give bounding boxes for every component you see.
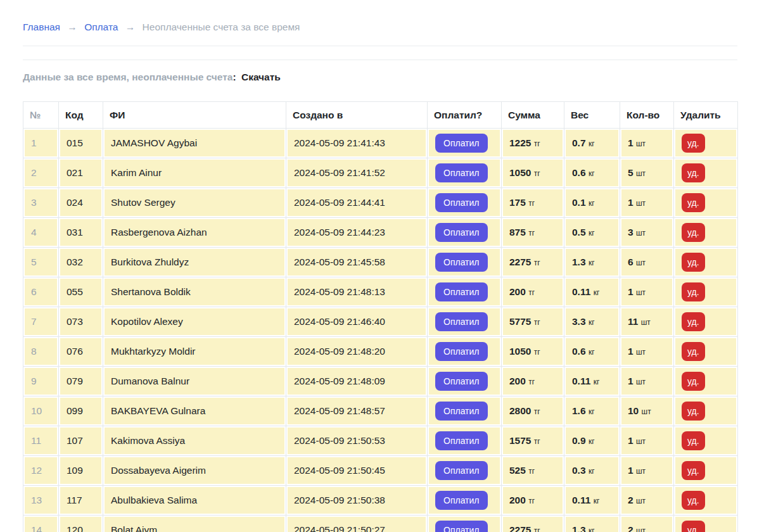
delete-button[interactable]: уд.: [682, 193, 705, 212]
delete-button[interactable]: уд.: [682, 223, 705, 242]
info-line: Данные за все время, неоплаченные счета:…: [23, 72, 737, 83]
cell-paid: Оплатил: [428, 396, 502, 426]
paid-button[interactable]: Оплатил: [435, 134, 488, 153]
paid-button[interactable]: Оплатил: [435, 163, 488, 182]
delete-button[interactable]: уд.: [682, 312, 705, 331]
cell-row-number: 14: [23, 516, 59, 532]
cell-paid: Оплатил: [428, 188, 502, 218]
col-header-weight: Вес: [564, 102, 620, 129]
delete-button[interactable]: уд.: [682, 491, 705, 510]
cell-created-at: 2024-05-09 21:48:13: [286, 277, 428, 307]
table-row: 14 120 Bolat Aiym 2024-05-09 21:50:27 Оп…: [23, 516, 738, 532]
amount-unit: тг: [534, 407, 540, 416]
cell-name: Kopotilov Alexey: [103, 307, 286, 337]
paid-button[interactable]: Оплатил: [435, 342, 488, 361]
weight-value: 3.3: [572, 316, 586, 327]
weight-value: 0.9: [572, 435, 586, 446]
quantity-unit: шт: [642, 407, 651, 416]
cell-row-number: 6: [23, 277, 59, 307]
quantity-value: 6: [628, 256, 633, 267]
cell-amount: 875 тг: [502, 218, 564, 248]
amount-unit: тг: [534, 258, 540, 267]
weight-value: 0.7: [572, 137, 586, 148]
cell-row-number: 8: [23, 337, 59, 367]
breadcrumb-link-home[interactable]: Главная: [23, 22, 60, 32]
quantity-value: 2: [628, 495, 633, 505]
breadcrumb-link-payment[interactable]: Оплата: [84, 22, 118, 32]
cell-weight: 1.6 кг: [564, 396, 620, 426]
amount-unit: тг: [528, 229, 535, 238]
quantity-value: 11: [628, 316, 638, 327]
cell-name: Abulbakieva Salima: [103, 486, 286, 516]
cell-created-at: 2024-05-09 21:50:53: [286, 426, 428, 456]
weight-unit: кг: [589, 526, 595, 532]
paid-button[interactable]: Оплатил: [435, 461, 488, 480]
cell-code: 076: [59, 337, 103, 367]
cell-name: Karim Ainur: [103, 158, 286, 188]
cell-name: BAKBAYEVA Gulnara: [103, 396, 286, 426]
quantity-value: 1: [628, 137, 633, 148]
paid-button[interactable]: Оплатил: [435, 431, 488, 450]
delete-button[interactable]: уд.: [682, 461, 705, 480]
paid-button[interactable]: Оплатил: [435, 312, 488, 331]
paid-button[interactable]: Оплатил: [435, 372, 488, 391]
cell-created-at: 2024-05-09 21:50:38: [286, 486, 428, 516]
col-header-name: ФИ: [103, 102, 286, 129]
quantity-value: 1: [628, 465, 633, 476]
delete-button[interactable]: уд.: [682, 163, 705, 182]
cell-weight: 0.11 кг: [564, 486, 620, 516]
cell-amount: 200 тг: [502, 486, 564, 516]
cell-quantity: 10 шт: [620, 396, 674, 426]
weight-unit: кг: [594, 497, 600, 505]
cell-amount: 1575 тг: [502, 426, 564, 456]
delete-button[interactable]: уд.: [682, 134, 705, 153]
breadcrumb-arrow-icon: →: [67, 22, 77, 32]
quantity-value: 1: [628, 435, 633, 446]
cell-quantity: 1 шт: [620, 188, 674, 218]
amount-value: 2275: [509, 256, 531, 267]
cell-delete: уд.: [674, 248, 738, 277]
cell-delete: уд.: [674, 486, 738, 516]
cell-code: 079: [59, 367, 103, 396]
cell-created-at: 2024-05-09 21:48:57: [286, 396, 428, 426]
delete-button[interactable]: уд.: [682, 342, 705, 361]
quantity-unit: шт: [641, 318, 651, 327]
delete-button[interactable]: уд.: [682, 372, 705, 391]
cell-code: 021: [59, 158, 103, 188]
amount-value: 1575: [509, 435, 531, 446]
weight-unit: кг: [594, 377, 600, 386]
delete-button[interactable]: уд.: [682, 431, 705, 450]
amount-value: 200: [509, 286, 526, 297]
cell-amount: 2275 тг: [502, 516, 564, 532]
paid-button[interactable]: Оплатил: [435, 521, 488, 532]
table-row: 4 031 Rasbergenova Aizhan 2024-05-09 21:…: [23, 218, 738, 248]
cell-amount: 525 тг: [502, 456, 564, 486]
cell-quantity: 1 шт: [620, 337, 674, 367]
cell-row-number: 7: [23, 307, 59, 337]
delete-button[interactable]: уд.: [682, 282, 705, 301]
cell-weight: 1.3 кг: [564, 516, 620, 532]
delete-button[interactable]: уд.: [682, 521, 705, 532]
paid-button[interactable]: Оплатил: [435, 491, 488, 510]
cell-created-at: 2024-05-09 21:50:27: [286, 516, 428, 532]
amount-unit: тг: [534, 139, 540, 148]
cell-row-number: 9: [23, 367, 59, 396]
cell-amount: 200 тг: [502, 277, 564, 307]
cell-created-at: 2024-05-09 21:46:40: [286, 307, 428, 337]
paid-button[interactable]: Оплатил: [435, 253, 488, 272]
paid-button[interactable]: Оплатил: [435, 402, 488, 421]
quantity-unit: шт: [636, 258, 646, 267]
col-header-delete: Удалить: [674, 102, 738, 129]
paid-button[interactable]: Оплатил: [435, 193, 488, 212]
paid-button[interactable]: Оплатил: [435, 282, 488, 301]
quantity-unit: шт: [636, 199, 646, 208]
table-row: 2 021 Karim Ainur 2024-05-09 21:41:52 Оп…: [23, 158, 738, 188]
cell-quantity: 1 шт: [620, 456, 674, 486]
delete-button[interactable]: уд.: [682, 402, 705, 421]
amount-unit: тг: [534, 318, 540, 327]
download-link[interactable]: Скачать: [241, 72, 281, 82]
delete-button[interactable]: уд.: [682, 253, 705, 272]
col-header-created: Создано в: [286, 102, 428, 129]
quantity-value: 3: [628, 227, 633, 238]
paid-button[interactable]: Оплатил: [435, 223, 488, 242]
